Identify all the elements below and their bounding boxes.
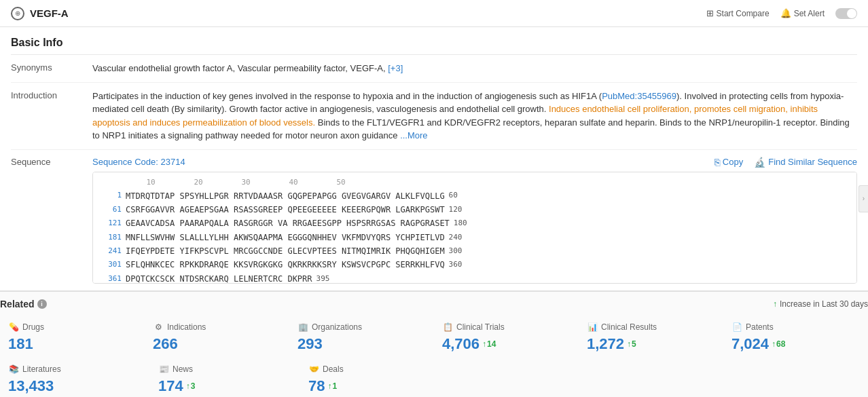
deals-count: 78: [308, 377, 325, 395]
copy-icon: ⎘: [715, 157, 720, 168]
synonyms-text: Vascular endothelial growth factor A, Va…: [92, 63, 386, 73]
news-delta: ↑ 3: [186, 381, 196, 391]
organizations-count: 293: [297, 335, 323, 353]
drugs-count: 181: [8, 335, 33, 353]
related-header: Related i ↑ Increase in Last 30 days: [0, 299, 868, 309]
alert-icon: 🔔: [780, 8, 791, 18]
seq-line: 181MNFLLSWVHW SLALLLYLHH AKWSQAAPMA EGGG…: [98, 231, 851, 244]
deals-card[interactable]: 🤝 Deals 78 ↑ 1: [300, 358, 450, 398]
copy-button[interactable]: ⎘ Copy: [715, 157, 743, 168]
clinical-trials-count: 4,706: [442, 335, 480, 353]
clinical-results-card-header: 📊 Clinical Results: [587, 322, 715, 333]
literatures-card[interactable]: 📚 Literatures 13,433: [0, 358, 150, 398]
set-alert-button[interactable]: 🔔 Set Alert: [780, 8, 825, 18]
compare-icon: ⊞: [706, 8, 714, 18]
literatures-card-header: 📚 Literatures: [8, 364, 142, 375]
introduction-row: Introduction Participates in the inducti…: [11, 83, 857, 150]
seq-line: 361DPQTCKCSCK NTDSRCKARQ LELNERTCRC DKPR…: [98, 272, 851, 284]
app-logo-icon: ⊕: [11, 7, 24, 20]
introduction-value: Participates in the induction of key gen…: [92, 90, 857, 143]
clinical-results-label: Clinical Results: [601, 322, 657, 332]
related-title: Related i: [0, 299, 47, 309]
deals-card-header: 🤝 Deals: [308, 364, 442, 375]
patents-value: 7,024 ↑ 68: [731, 335, 860, 353]
set-alert-label: Set Alert: [794, 9, 825, 18]
sequence-code[interactable]: Sequence Code: 23714: [92, 157, 185, 167]
related-title-text: Related: [0, 299, 35, 309]
clinical-results-count: 1,272: [587, 335, 624, 353]
seq-line: 241IFQEYPDETE YIFKPSCVPL MRCGGCCNDE GLEC…: [98, 244, 851, 258]
patents-delta: ↑ 68: [772, 339, 785, 349]
deals-delta-num: 1: [332, 381, 337, 391]
drugs-card[interactable]: 💊 Drugs 181: [0, 316, 145, 358]
find-similar-label: Find Similar Sequence: [768, 157, 857, 167]
increase-label: ↑ Increase in Last 30 days: [773, 299, 868, 309]
more-link[interactable]: ...More: [400, 130, 427, 140]
increase-arrow-icon: ↑: [773, 299, 777, 309]
side-expand-icon[interactable]: ›: [858, 185, 868, 212]
introduction-label: Introduction: [11, 90, 92, 100]
deals-icon: 🤝: [308, 364, 319, 375]
clinical-trials-card[interactable]: 📋 Clinical Trials 4,706 ↑ 14: [434, 316, 579, 358]
seq-line: 1MTDRQTDTAP SPSYHLLPGR RRTVDAAASR GQGPEP…: [98, 189, 851, 203]
sequence-box[interactable]: 10 20 30 40 50 1MTDRQTDTAP SPSYHLLPGR RR…: [92, 172, 857, 284]
organizations-value: 293: [297, 335, 426, 353]
synonyms-value: Vascular endothelial growth factor A, Va…: [92, 62, 857, 75]
news-icon: 📰: [158, 364, 169, 375]
sequence-header: Sequence Sequence Code: 23714 ⎘ Copy 🔬 F…: [11, 150, 857, 172]
find-similar-icon: 🔬: [754, 157, 765, 168]
indications-count: 266: [153, 335, 178, 353]
indications-card-header: ⚙ Indications: [153, 322, 281, 333]
clinical-results-icon: 📊: [587, 322, 598, 333]
alert-toggle[interactable]: [835, 8, 857, 19]
indications-label: Indications: [167, 322, 206, 332]
news-delta-num: 3: [191, 381, 196, 391]
news-count: 174: [158, 377, 183, 395]
patents-card[interactable]: 📄 Patents 7,024 ↑ 68: [723, 316, 868, 358]
empty-card1: [450, 358, 868, 398]
deals-delta: ↑ 1: [327, 381, 337, 391]
indications-value: 266: [153, 335, 281, 353]
clinical-trials-value: 4,706 ↑ 14: [442, 335, 571, 353]
news-card[interactable]: 📰 News 174 ↑ 3: [150, 358, 300, 398]
seq-line: 61CSRFGGAVVR AGEAEPSGAA RSASSGREEP QPEEG…: [98, 203, 851, 216]
pubmed-link[interactable]: PubMed:35455969: [602, 91, 676, 101]
synonyms-more-link[interactable]: [+3]: [388, 63, 403, 73]
organizations-card-header: 🏢 Organizations: [297, 322, 426, 333]
clinical-trials-icon: 📋: [442, 322, 453, 333]
patents-delta-num: 68: [776, 339, 785, 349]
header: ⊕ VEGF-A ⊞ Start Compare 🔔 Set Alert: [0, 0, 868, 27]
patents-label: Patents: [746, 322, 774, 332]
organizations-icon: 🏢: [297, 322, 308, 333]
clinical-trials-card-header: 📋 Clinical Trials: [442, 322, 571, 333]
drugs-label: Drugs: [22, 322, 44, 332]
news-up-icon: ↑: [186, 381, 190, 391]
indications-card[interactable]: ⚙ Indications 266: [145, 316, 289, 358]
toggle-knob: [847, 9, 856, 18]
increase-text: Increase in Last 30 days: [780, 299, 868, 309]
sequence-ruler: 10 20 30 40 50: [98, 178, 851, 189]
drugs-value: 181: [8, 335, 137, 353]
organizations-card[interactable]: 🏢 Organizations 293: [289, 316, 434, 358]
find-similar-button[interactable]: 🔬 Find Similar Sequence: [754, 157, 857, 168]
literatures-value: 13,433: [8, 377, 142, 395]
deals-label: Deals: [323, 364, 344, 374]
seq-line: 121GEAAVCADSA PAARAPQALA RASGRGGR VA RRG…: [98, 216, 851, 230]
sequence-section: Sequence Sequence Code: 23714 ⎘ Copy 🔬 F…: [11, 150, 857, 284]
literatures-label: Literatures: [22, 364, 61, 374]
clinical-results-up-icon: ↑: [627, 339, 631, 349]
related-info-icon[interactable]: i: [37, 299, 47, 309]
clinical-trials-delta: ↑ 14: [482, 339, 496, 349]
patents-up-icon: ↑: [772, 339, 776, 349]
news-card-header: 📰 News: [158, 364, 292, 375]
start-compare-button[interactable]: ⊞ Start Compare: [706, 8, 770, 18]
news-value: 174 ↑ 3: [158, 377, 292, 395]
drugs-card-header: 💊 Drugs: [8, 322, 137, 333]
seq-line: 301SFLQHNKCEC RPKKDRARQE KKSVRGKGKG QKRK…: [98, 258, 851, 271]
clinical-trials-delta-num: 14: [487, 339, 496, 349]
news-label: News: [173, 364, 193, 374]
synonyms-row: Synonyms Vascular endothelial growth fac…: [11, 55, 857, 83]
clinical-results-card[interactable]: 📊 Clinical Results 1,272 ↑ 5: [579, 316, 723, 358]
clinical-results-delta-num: 5: [632, 339, 636, 349]
header-right: ⊞ Start Compare 🔔 Set Alert: [706, 8, 857, 19]
